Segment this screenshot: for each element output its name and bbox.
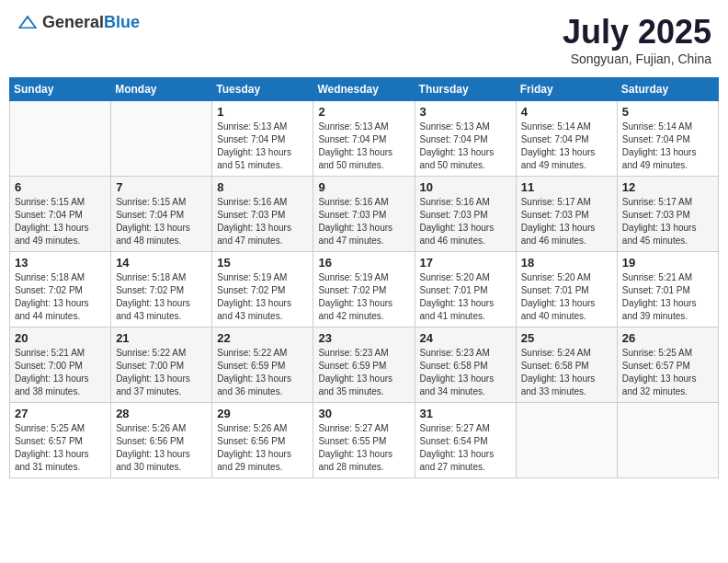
day-sun-info: Sunrise: 5:19 AMSunset: 7:02 PMDaylight:… [217,271,308,323]
calendar-day-cell [516,403,617,478]
day-number: 30 [318,407,409,420]
day-number: 29 [217,407,308,420]
day-number: 7 [116,180,207,194]
calendar-day-cell: 31Sunrise: 5:27 AMSunset: 6:54 PMDayligh… [415,403,516,478]
location-subtitle: Songyuan, Fujian, China [563,52,711,66]
calendar-day-cell: 8Sunrise: 5:16 AMSunset: 7:03 PMDaylight… [212,177,313,252]
calendar-day-cell: 21Sunrise: 5:22 AMSunset: 7:00 PMDayligh… [111,327,212,403]
day-number: 21 [116,331,207,345]
day-sun-info: Sunrise: 5:18 AMSunset: 7:02 PMDaylight:… [116,271,207,323]
calendar-week-row: 27Sunrise: 5:25 AMSunset: 6:57 PMDayligh… [10,403,719,478]
day-of-week-header: Friday [516,78,617,101]
day-sun-info: Sunrise: 5:25 AMSunset: 6:57 PMDaylight:… [15,422,106,474]
day-sun-info: Sunrise: 5:24 AMSunset: 6:58 PMDaylight:… [521,347,612,398]
day-sun-info: Sunrise: 5:23 AMSunset: 6:59 PMDaylight:… [318,347,409,398]
day-sun-info: Sunrise: 5:22 AMSunset: 7:00 PMDaylight:… [116,347,207,398]
day-number: 9 [318,180,409,194]
logo-blue-text: Blue [104,13,140,31]
day-number: 6 [15,180,106,194]
page-header: GeneralBlue July 2025 Songyuan, Fujian, … [9,9,719,70]
calendar-day-cell: 1Sunrise: 5:13 AMSunset: 7:04 PMDaylight… [212,101,313,177]
day-sun-info: Sunrise: 5:17 AMSunset: 7:03 PMDaylight:… [521,196,612,247]
calendar-day-cell: 28Sunrise: 5:26 AMSunset: 6:56 PMDayligh… [111,403,212,478]
calendar-day-cell: 17Sunrise: 5:20 AMSunset: 7:01 PMDayligh… [415,252,516,327]
day-sun-info: Sunrise: 5:21 AMSunset: 7:01 PMDaylight:… [622,271,713,323]
calendar-day-cell: 6Sunrise: 5:15 AMSunset: 7:04 PMDaylight… [10,177,111,252]
day-sun-info: Sunrise: 5:14 AMSunset: 7:04 PMDaylight:… [521,121,612,172]
logo-icon [17,14,39,32]
day-number: 27 [15,407,106,420]
day-sun-info: Sunrise: 5:14 AMSunset: 7:04 PMDaylight:… [622,121,713,172]
calendar-day-cell [10,101,111,177]
title-block: July 2025 Songyuan, Fujian, China [563,13,711,66]
calendar-day-cell: 3Sunrise: 5:13 AMSunset: 7:04 PMDaylight… [415,101,516,177]
day-number: 16 [318,256,409,270]
day-number: 1 [217,105,308,119]
calendar-day-cell: 18Sunrise: 5:20 AMSunset: 7:01 PMDayligh… [516,252,617,327]
calendar-week-row: 1Sunrise: 5:13 AMSunset: 7:04 PMDaylight… [10,101,719,177]
day-sun-info: Sunrise: 5:25 AMSunset: 6:57 PMDaylight:… [622,347,713,398]
day-sun-info: Sunrise: 5:13 AMSunset: 7:04 PMDaylight:… [420,121,511,172]
day-sun-info: Sunrise: 5:26 AMSunset: 6:56 PMDaylight:… [116,422,207,474]
calendar-week-row: 20Sunrise: 5:21 AMSunset: 7:00 PMDayligh… [10,327,719,403]
logo-general-text: General [42,13,104,31]
day-of-week-header: Sunday [10,78,111,101]
month-year-title: July 2025 [563,13,711,52]
day-number: 18 [521,256,612,270]
day-of-week-header: Tuesday [212,78,313,101]
day-number: 19 [622,256,713,270]
day-sun-info: Sunrise: 5:15 AMSunset: 7:04 PMDaylight:… [15,196,106,247]
day-sun-info: Sunrise: 5:18 AMSunset: 7:02 PMDaylight:… [15,271,106,323]
day-number: 8 [217,180,308,194]
calendar-header-row: SundayMondayTuesdayWednesdayThursdayFrid… [10,78,719,101]
day-number: 14 [116,256,207,270]
day-sun-info: Sunrise: 5:27 AMSunset: 6:55 PMDaylight:… [318,422,409,474]
calendar-day-cell: 29Sunrise: 5:26 AMSunset: 6:56 PMDayligh… [212,403,313,478]
calendar-day-cell: 10Sunrise: 5:16 AMSunset: 7:03 PMDayligh… [415,177,516,252]
calendar-day-cell: 12Sunrise: 5:17 AMSunset: 7:03 PMDayligh… [617,177,718,252]
day-number: 26 [622,331,713,345]
day-number: 23 [318,331,409,345]
day-number: 25 [521,331,612,345]
calendar-day-cell [111,101,212,177]
calendar-day-cell: 9Sunrise: 5:16 AMSunset: 7:03 PMDaylight… [313,177,415,252]
calendar-day-cell: 20Sunrise: 5:21 AMSunset: 7:00 PMDayligh… [10,327,111,403]
day-sun-info: Sunrise: 5:17 AMSunset: 7:03 PMDaylight:… [622,196,713,247]
day-sun-info: Sunrise: 5:15 AMSunset: 7:04 PMDaylight:… [116,196,207,247]
day-sun-info: Sunrise: 5:21 AMSunset: 7:00 PMDaylight:… [15,347,106,398]
calendar-week-row: 6Sunrise: 5:15 AMSunset: 7:04 PMDaylight… [10,177,719,252]
day-sun-info: Sunrise: 5:26 AMSunset: 6:56 PMDaylight:… [217,422,308,474]
calendar-day-cell: 27Sunrise: 5:25 AMSunset: 6:57 PMDayligh… [10,403,111,478]
day-sun-info: Sunrise: 5:27 AMSunset: 6:54 PMDaylight:… [420,422,511,474]
calendar-day-cell: 30Sunrise: 5:27 AMSunset: 6:55 PMDayligh… [313,403,415,478]
day-number: 5 [622,105,713,119]
day-sun-info: Sunrise: 5:16 AMSunset: 7:03 PMDaylight:… [318,196,409,247]
calendar-table: SundayMondayTuesdayWednesdayThursdayFrid… [9,77,719,478]
calendar-day-cell: 24Sunrise: 5:23 AMSunset: 6:58 PMDayligh… [415,327,516,403]
day-sun-info: Sunrise: 5:16 AMSunset: 7:03 PMDaylight:… [217,196,308,247]
calendar-day-cell: 14Sunrise: 5:18 AMSunset: 7:02 PMDayligh… [111,252,212,327]
day-number: 13 [15,256,106,270]
day-number: 15 [217,256,308,270]
day-of-week-header: Thursday [415,78,516,101]
day-number: 3 [420,105,511,119]
day-number: 17 [420,256,511,270]
logo: GeneralBlue [17,13,140,32]
day-number: 4 [521,105,612,119]
calendar-day-cell: 22Sunrise: 5:22 AMSunset: 6:59 PMDayligh… [212,327,313,403]
calendar-day-cell: 11Sunrise: 5:17 AMSunset: 7:03 PMDayligh… [516,177,617,252]
day-of-week-header: Monday [111,78,212,101]
calendar-day-cell: 7Sunrise: 5:15 AMSunset: 7:04 PMDaylight… [111,177,212,252]
day-number: 28 [116,407,207,420]
day-sun-info: Sunrise: 5:20 AMSunset: 7:01 PMDaylight:… [521,271,612,323]
day-number: 11 [521,180,612,194]
calendar-day-cell: 25Sunrise: 5:24 AMSunset: 6:58 PMDayligh… [516,327,617,403]
day-number: 12 [622,180,713,194]
calendar-day-cell: 15Sunrise: 5:19 AMSunset: 7:02 PMDayligh… [212,252,313,327]
calendar-day-cell [617,403,718,478]
day-sun-info: Sunrise: 5:19 AMSunset: 7:02 PMDaylight:… [318,271,409,323]
calendar-day-cell: 5Sunrise: 5:14 AMSunset: 7:04 PMDaylight… [617,101,718,177]
day-sun-info: Sunrise: 5:16 AMSunset: 7:03 PMDaylight:… [420,196,511,247]
day-of-week-header: Saturday [617,78,718,101]
calendar-day-cell: 4Sunrise: 5:14 AMSunset: 7:04 PMDaylight… [516,101,617,177]
